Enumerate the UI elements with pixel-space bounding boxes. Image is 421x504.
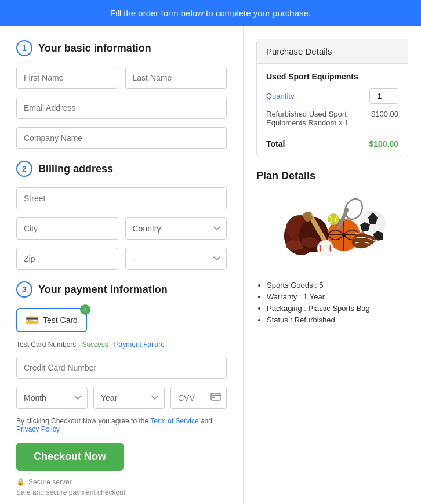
first-name-input[interactable] [16,67,118,89]
card-option-label: Test Card [43,316,78,325]
svg-rect-2 [212,397,215,398]
terms-prefix: By clicking Checkout Now you agree to th… [16,417,150,425]
plan-feature-item: Warranty : 1 Year [267,292,408,301]
payment-details-row: Month 01 02 03 04 05 06 07 08 09 10 11 1… [16,387,227,409]
terms-text: By clicking Checkout Now you agree to th… [16,417,227,433]
quantity-row: Quantity [266,88,398,104]
plan-image [256,190,408,271]
plan-feature-item: Sports Goods : 5 [267,281,408,289]
total-price: $100.00 [369,139,398,148]
last-name-input[interactable] [125,67,227,89]
tos-link[interactable]: Term of Service [150,417,198,425]
item-row: Refurbished Used Sport Equipments Random… [266,110,398,127]
email-input[interactable] [16,97,227,119]
privacy-link[interactable]: Privacy Policy [16,425,60,433]
quantity-input[interactable] [369,88,398,104]
company-row [16,127,227,149]
city-country-row: Country [16,217,227,240]
zip-input[interactable] [16,248,118,270]
cc-number-wrapper [16,357,227,379]
city-input[interactable] [16,217,118,240]
secure-sub-text: Safe and secure payment checkout. [16,488,227,496]
plan-feature-item: Status : Refurbished [267,316,408,324]
terms-middle: and [201,417,212,425]
test-card-success-link[interactable]: Success [82,340,108,349]
section1-title: Your basic information [38,42,151,55]
section2-divider: 2 Billing address [16,161,227,177]
test-card-info: Test Card Numbers : Success | Payment Fa… [16,340,227,349]
section1-number: 1 [16,40,32,56]
plan-features-list: Sports Goods : 5Warranty : 1 YearPackagi… [256,281,408,324]
checkout-button[interactable]: Checkout Now [16,443,124,471]
zip-state-row: - [16,248,227,270]
section3-number: 3 [16,281,32,298]
plan-feature-item: Packaging : Plastic Sports Bag [267,304,408,313]
total-label: Total [266,139,285,148]
quantity-label: Quantity [266,92,294,100]
svg-rect-0 [211,393,220,400]
section3-title: Your payment information [38,284,168,296]
section3-header: 3 Your payment information [16,281,227,298]
year-select[interactable]: Year 2024 2025 2026 2027 2028 [93,387,165,409]
section3-divider: 3 Your payment information [16,281,227,298]
country-select[interactable]: Country [125,217,227,240]
purchase-details-box: Purchase Details Used Sport Equipments Q… [256,39,408,157]
secure-info: 🔒 Secure server [16,478,227,486]
section2-header: 2 Billing address [16,161,227,177]
page-wrapper: Fill the order form below to complete yo… [0,0,421,504]
card-option[interactable]: 💳 Test Card ✓ [16,308,87,332]
item-price: $100.00 [371,110,398,127]
item-description: Refurbished Used Sport Equipments Random… [266,110,371,127]
banner-text: Fill the order form below to complete yo… [110,8,311,18]
month-select[interactable]: Month 01 02 03 04 05 06 07 08 09 10 11 1… [16,387,88,409]
street-row [16,187,227,209]
product-name: Used Sport Equipments [266,72,398,81]
company-input[interactable] [16,127,227,149]
section2-number: 2 [16,161,32,177]
total-row: Total $100.00 [266,133,398,148]
test-card-failure-link[interactable]: Payment Failure [114,340,165,349]
email-row [16,97,227,119]
plan-details-title: Plan Details [256,170,408,182]
section2-title: Billing address [38,163,113,175]
street-input[interactable] [16,187,227,209]
top-banner: Fill the order form below to complete yo… [0,0,421,26]
section1-header: 1 Your basic information [16,40,227,56]
svg-point-13 [317,240,333,256]
name-row [16,67,227,89]
cvv-card-icon [210,393,221,403]
purchase-details-header: Purchase Details [257,39,408,64]
left-panel: 1 Your basic information 2 Billing addre… [0,26,244,504]
cvv-wrapper [170,387,227,409]
credit-card-icon: 💳 [26,314,38,327]
card-selected-check: ✓ [80,304,90,315]
plan-details-section: Plan Details [256,170,408,324]
cc-number-input[interactable] [16,357,227,379]
purchase-details-body: Used Sport Equipments Quantity Refurbish… [257,64,408,157]
lock-icon: 🔒 [16,478,25,486]
secure-server-label: Secure server [28,478,72,486]
state-select[interactable]: - [125,248,227,270]
main-content: 1 Your basic information 2 Billing addre… [0,26,421,504]
test-card-prefix: Test Card Numbers : [16,340,82,349]
right-panel: Purchase Details Used Sport Equipments Q… [244,26,421,504]
